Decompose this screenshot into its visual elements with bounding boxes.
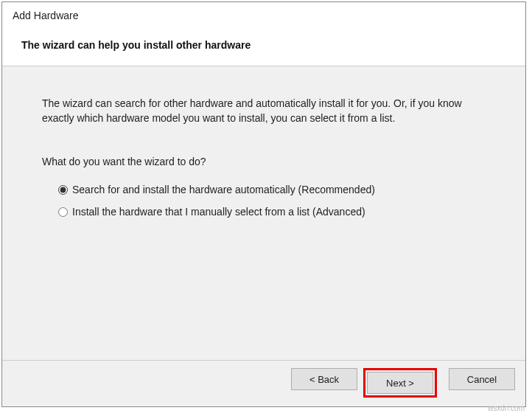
radio-search-automatic[interactable] bbox=[58, 185, 68, 195]
add-hardware-dialog: Add Hardware The wizard can help you ins… bbox=[1, 1, 526, 407]
intro-text: The wizard can search for other hardware… bbox=[42, 96, 486, 126]
option-search-label: Search for and install the hardware auto… bbox=[72, 182, 375, 197]
radio-manual-select[interactable] bbox=[58, 207, 68, 217]
dialog-subtitle: The wizard can help you install other ha… bbox=[21, 39, 515, 51]
watermark-text: wsxdn.com bbox=[488, 404, 525, 412]
option-manual-label: Install the hardware that I manually sel… bbox=[72, 204, 365, 219]
cancel-button[interactable]: Cancel bbox=[449, 368, 515, 390]
next-button[interactable]: Next > bbox=[367, 372, 433, 394]
dialog-title: Add Hardware bbox=[13, 10, 515, 21]
dialog-footer: < Back Next > Cancel bbox=[2, 360, 525, 406]
question-text: What do you want the wizard to do? bbox=[42, 154, 486, 169]
back-button[interactable]: < Back bbox=[291, 368, 357, 390]
next-button-highlight: Next > bbox=[363, 368, 437, 398]
option-manual-select[interactable]: Install the hardware that I manually sel… bbox=[58, 204, 486, 219]
dialog-header: Add Hardware The wizard can help you ins… bbox=[2, 2, 525, 66]
option-search-automatic[interactable]: Search for and install the hardware auto… bbox=[58, 182, 486, 197]
dialog-content: The wizard can search for other hardware… bbox=[2, 66, 525, 360]
